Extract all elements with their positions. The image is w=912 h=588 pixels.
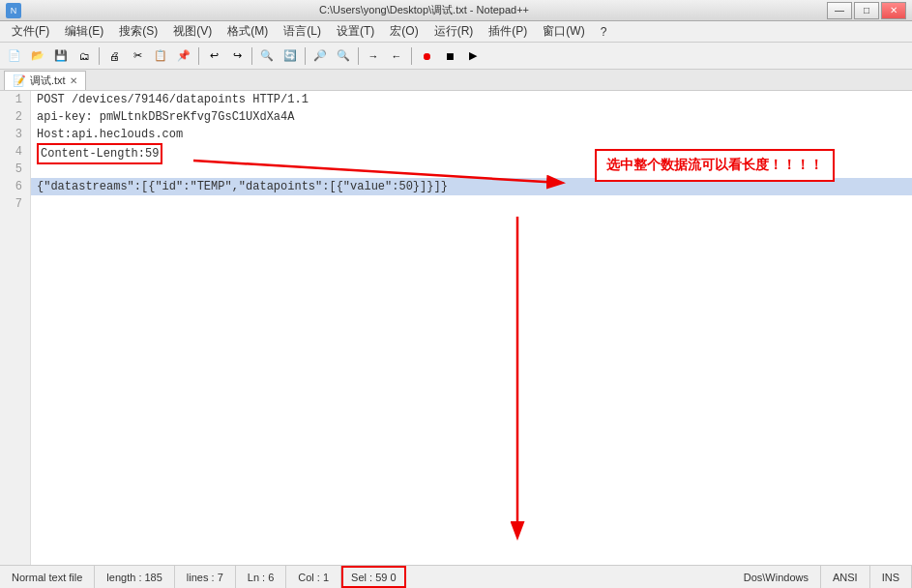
status-sel: Sel : 59 0 (341, 566, 406, 588)
minimize-button[interactable]: — (827, 2, 852, 19)
undo-button[interactable]: ↩ (203, 45, 224, 67)
close-button[interactable]: ✕ (881, 2, 906, 19)
save-all-button[interactable]: 🗂 (74, 45, 95, 67)
status-filetype: Normal text file (0, 566, 95, 588)
copy-button[interactable]: 📋 (150, 45, 171, 67)
status-lines: lines : 7 (175, 566, 236, 588)
status-mode: INS (870, 566, 912, 588)
menu-settings[interactable]: 设置(T) (329, 21, 382, 42)
line-num-3: 3 (0, 126, 26, 143)
menu-search[interactable]: 搜索(S) (111, 21, 165, 42)
window-controls: — □ ✕ (827, 2, 906, 19)
editor-area[interactable]: 1 2 3 4 5 6 7 POST /devices/79146/datapo… (0, 91, 912, 565)
tab-label: 调试.txt (30, 74, 66, 88)
line-num-1: 1 (0, 91, 26, 108)
menu-plugins[interactable]: 插件(P) (481, 21, 535, 42)
maximize-button[interactable]: □ (854, 2, 879, 19)
status-sel-label: Sel : 59 (351, 572, 387, 583)
menu-file[interactable]: 文件(F) (4, 21, 57, 42)
line-num-2: 2 (0, 108, 26, 126)
menu-edit[interactable]: 编辑(E) (57, 21, 111, 42)
titlebar: N C:\Users\yong\Desktop\调试.txt - Notepad… (0, 0, 912, 21)
redo-button[interactable]: ↪ (226, 45, 248, 67)
paste-button[interactable]: 📌 (173, 45, 194, 67)
menubar: 文件(F) 编辑(E) 搜索(S) 视图(V) 格式(M) 语言(L) 设置(T… (0, 21, 912, 43)
print-button[interactable]: 🖨 (103, 45, 125, 67)
record-button[interactable]: ⏺ (416, 45, 437, 67)
toolbar-sep-6 (411, 47, 412, 65)
status-charset: ANSI (821, 566, 870, 588)
zoom-out-button[interactable]: 🔍 (333, 45, 354, 67)
menu-run[interactable]: 运行(R) (427, 21, 482, 42)
toolbar-sep-4 (305, 47, 306, 65)
line-num-5: 5 (0, 161, 26, 178)
status-ln: Ln : 6 (236, 566, 287, 588)
menu-window[interactable]: 窗口(W) (535, 21, 592, 42)
status-col: Col : 1 (286, 566, 341, 588)
tab-debug[interactable]: 📝 调试.txt ✕ (4, 71, 86, 90)
line-num-7: 7 (0, 195, 26, 213)
statusbar: Normal text file length : 185 lines : 7 … (0, 565, 912, 588)
find-button[interactable]: 🔍 (256, 45, 278, 67)
annotation-text: 选中整个数据流可以看长度！！！！ (606, 157, 823, 172)
menu-format[interactable]: 格式(M) (220, 21, 276, 42)
code-line-7 (31, 195, 912, 213)
new-button[interactable]: 📄 (4, 45, 25, 67)
status-sel-extra: 0 (390, 572, 396, 583)
cut-button[interactable]: ✂ (127, 45, 148, 67)
code-line-2: api-key: pmWLtnkDBSreKfvg7GsC1UXdXa4A (31, 108, 912, 126)
status-encoding: Dos\Windows (732, 566, 821, 588)
code-line-3: Host:api.heclouds.com (31, 126, 912, 143)
indent-button[interactable]: → (363, 45, 384, 67)
tab-close-button[interactable]: ✕ (70, 75, 77, 86)
save-button[interactable]: 💾 (50, 45, 72, 67)
outdent-button[interactable]: ← (386, 45, 407, 67)
toolbar-sep-5 (358, 47, 359, 65)
toolbar: 📄 📂 💾 🗂 🖨 ✂ 📋 📌 ↩ ↪ 🔍 🔄 🔎 🔍 → ← ⏺ ⏹ ▶ (0, 43, 912, 70)
menu-macro[interactable]: 宏(O) (382, 21, 426, 42)
tab-icon: 📝 (13, 74, 26, 87)
tabbar: 📝 调试.txt ✕ (0, 70, 912, 91)
title-text: C:\Users\yong\Desktop\调试.txt - Notepad++ (21, 3, 827, 17)
content-length-highlight: Content-Length:59 (37, 143, 162, 164)
line-num-6: 6 (0, 178, 26, 195)
replace-button[interactable]: 🔄 (279, 45, 301, 67)
status-length: length : 185 (95, 566, 175, 588)
toolbar-sep-1 (99, 47, 100, 65)
annotation-box: 选中整个数据流可以看长度！！！！ (595, 149, 835, 182)
menu-language[interactable]: 语言(L) (276, 21, 329, 42)
app-icon: N (6, 3, 21, 18)
stop-button[interactable]: ⏹ (439, 45, 460, 67)
code-line-1: POST /devices/79146/datapoints HTTP/1.1 (31, 91, 912, 108)
line-num-4: 4 (0, 143, 26, 161)
menu-view[interactable]: 视图(V) (165, 21, 220, 42)
open-button[interactable]: 📂 (27, 45, 48, 67)
menu-help[interactable]: ? (593, 23, 615, 41)
play-button[interactable]: ▶ (462, 45, 484, 67)
toolbar-sep-2 (198, 47, 199, 65)
toolbar-sep-3 (251, 47, 252, 65)
zoom-in-button[interactable]: 🔎 (309, 45, 331, 67)
line-numbers: 1 2 3 4 5 6 7 (0, 91, 31, 565)
